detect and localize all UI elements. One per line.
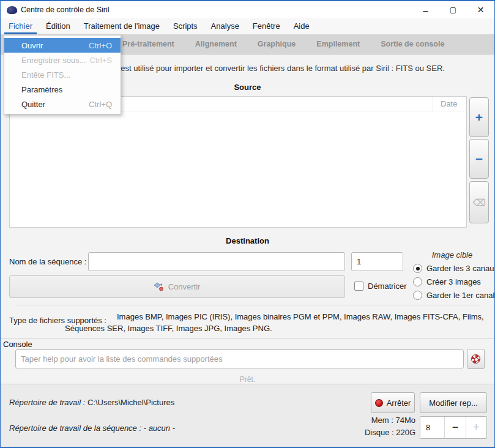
radio-icon bbox=[413, 291, 422, 300]
radio-label: Créer 3 images bbox=[426, 277, 481, 286]
menu-item-accel: Ctrl+O bbox=[89, 41, 112, 50]
remove-files-button[interactable]: − bbox=[469, 139, 489, 179]
working-directory-line: Répertoire de travail : C:\Users\Michel\… bbox=[9, 398, 174, 407]
threads-decrement-button[interactable]: − bbox=[444, 417, 465, 438]
plus-icon: + bbox=[475, 110, 483, 125]
sequence-directory-label: Répertoire de travail de la séquence : bbox=[9, 424, 141, 433]
backspace-clear-icon: ⌫ bbox=[472, 197, 485, 208]
close-button[interactable]: ✕ bbox=[467, 1, 494, 18]
siril-window: Centre de contrôle de Siril – ▢ ✕ Fichie… bbox=[0, 0, 495, 448]
convert-button-label: Convertir bbox=[168, 282, 201, 291]
menu-scripts[interactable]: Scripts bbox=[166, 18, 204, 34]
radio-icon bbox=[413, 277, 422, 286]
maximize-button[interactable]: ▢ bbox=[439, 1, 467, 18]
menu-fichier[interactable]: Fichier bbox=[2, 18, 39, 34]
menu-fenetre[interactable]: Fenêtre bbox=[246, 18, 287, 34]
demosaic-checkbox[interactable]: Dématricer bbox=[354, 281, 407, 291]
tab-alignement[interactable]: Alignement bbox=[194, 40, 238, 48]
command-help-button[interactable] bbox=[467, 349, 485, 369]
tab-empilement[interactable]: Empilement bbox=[315, 40, 361, 48]
menubar: Fichier Édition Traitement de l'image Sc… bbox=[1, 18, 494, 34]
maximize-icon: ▢ bbox=[450, 6, 456, 14]
image-cible-label: Image cible bbox=[412, 250, 493, 259]
menu-item-label: Enregistrer sous... bbox=[21, 56, 86, 65]
checkbox-label: Dématricer bbox=[368, 282, 407, 291]
menu-item-parametres[interactable]: Paramètres bbox=[4, 82, 121, 97]
menu-item-label: Paramètres bbox=[21, 85, 62, 94]
plus-icon: + bbox=[473, 421, 480, 434]
radio-garder-3-canaux[interactable]: Garder les 3 canaux bbox=[413, 263, 495, 274]
modify-directory-button[interactable]: Modifier rep... bbox=[420, 392, 487, 413]
minus-icon: − bbox=[452, 421, 459, 434]
working-directory-label: Répertoire de travail : bbox=[9, 398, 85, 407]
tab-pretraitement[interactable]: Pré-traitement bbox=[121, 40, 176, 48]
memory-value: Mem : 74Mo bbox=[307, 414, 415, 427]
radio-creer-3-images[interactable]: Créer 3 images bbox=[413, 277, 481, 287]
fichier-menu-popup: Ouvrir Ctrl+O Enregistrer sous... Ctrl+S… bbox=[4, 35, 121, 114]
menu-item-label: Ouvrir bbox=[21, 41, 43, 50]
titlebar: Centre de contrôle de Siril – ▢ ✕ bbox=[1, 1, 494, 18]
menu-item-accel: Ctrl+Q bbox=[89, 100, 112, 109]
threads-spinbox: 8 − + bbox=[420, 416, 487, 439]
sequence-name-label: Nom de la séquence : bbox=[9, 252, 86, 271]
radio-icon bbox=[413, 264, 422, 273]
radio-label: Garder le 1er canal bbox=[426, 291, 494, 300]
date-column-header[interactable]: Date bbox=[433, 97, 467, 111]
source-file-list[interactable]: Date bbox=[9, 96, 467, 228]
menu-item-label: Entête FITS... bbox=[21, 70, 70, 80]
start-index-input[interactable] bbox=[351, 252, 403, 271]
stop-button-label: Arrêter bbox=[387, 398, 411, 408]
close-icon: ✕ bbox=[477, 5, 485, 15]
stop-button[interactable]: Arrêter bbox=[371, 392, 415, 413]
console-frame-border bbox=[1, 338, 494, 338]
menu-item-entete-fits[interactable]: Entête FITS... bbox=[4, 67, 121, 82]
separator bbox=[15, 305, 481, 305]
menu-analyse[interactable]: Analyse bbox=[204, 18, 246, 34]
minus-icon: − bbox=[475, 152, 483, 166]
menu-item-ouvrir[interactable]: Ouvrir Ctrl+O bbox=[4, 38, 121, 53]
modify-directory-label: Modifier rep... bbox=[429, 398, 477, 408]
console-label: Console bbox=[3, 340, 32, 349]
minimize-icon: – bbox=[423, 5, 428, 15]
menu-edition[interactable]: Édition bbox=[39, 18, 77, 34]
supported-files-list: Images BMP, Images PIC (IRIS), Images bi… bbox=[65, 312, 493, 334]
window-title: Centre de contrôle de Siril bbox=[21, 1, 110, 18]
status-text: Prêt. bbox=[1, 375, 494, 384]
threads-increment-button[interactable]: + bbox=[466, 417, 486, 438]
memory-disk-info: Mem : 74Mo Disque : 220G bbox=[307, 414, 415, 439]
menu-item-accel: Ctrl+S bbox=[90, 56, 112, 65]
convert-icon bbox=[154, 282, 164, 292]
sequence-directory-value: - aucun - bbox=[144, 424, 175, 433]
minimize-button[interactable]: – bbox=[412, 1, 439, 18]
add-files-button[interactable]: + bbox=[469, 97, 489, 137]
sequence-directory-line: Répertoire de travail de la séquence : -… bbox=[9, 424, 175, 433]
clear-list-button[interactable]: ⌫ bbox=[469, 181, 489, 223]
command-input[interactable] bbox=[15, 349, 464, 368]
destination-title: Destination bbox=[1, 236, 494, 245]
disk-value: Disque : 220G bbox=[307, 427, 415, 439]
threads-value[interactable]: 8 bbox=[420, 417, 444, 438]
sequence-name-input[interactable] bbox=[88, 252, 345, 271]
menu-aide[interactable]: Aide bbox=[287, 18, 316, 34]
radio-garder-1er-canal[interactable]: Garder le 1er canal bbox=[413, 290, 494, 301]
checkbox-icon bbox=[354, 282, 363, 291]
working-directory-value: C:\Users\Michel\Pictures bbox=[87, 398, 174, 407]
lifebuoy-help-icon bbox=[471, 354, 480, 364]
convert-button[interactable]: Convertir bbox=[9, 275, 345, 298]
tab-graphique[interactable]: Graphique bbox=[256, 40, 297, 48]
radio-label: Garder les 3 canaux bbox=[426, 264, 495, 273]
menu-item-quitter[interactable]: Quitter Ctrl+Q bbox=[4, 97, 121, 111]
siril-app-icon bbox=[7, 6, 17, 14]
tab-sortie-console[interactable]: Sortie de console bbox=[379, 40, 445, 48]
menu-item-label: Quitter bbox=[21, 100, 45, 109]
red-stop-icon bbox=[375, 399, 383, 407]
menu-item-enregistrer-sous[interactable]: Enregistrer sous... Ctrl+S bbox=[4, 53, 121, 67]
menu-traitement[interactable]: Traitement de l'image bbox=[77, 18, 166, 34]
